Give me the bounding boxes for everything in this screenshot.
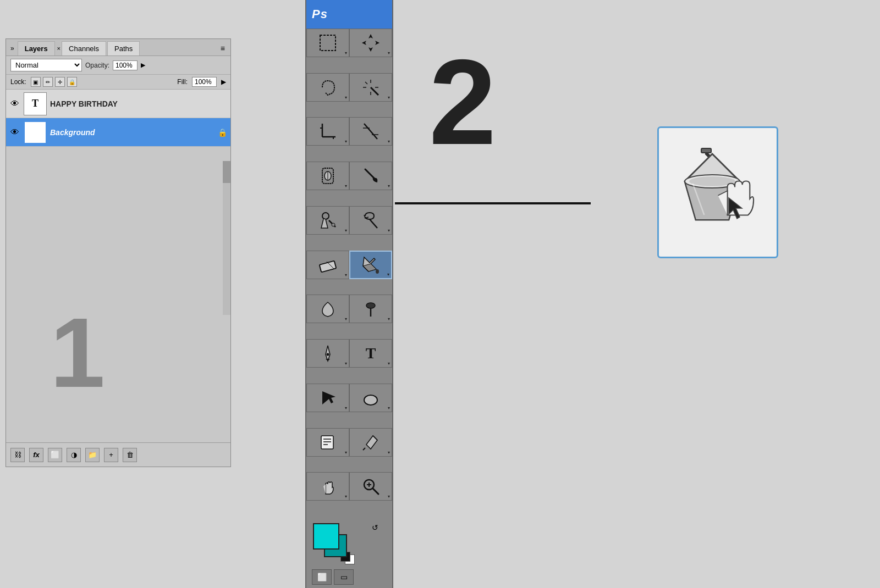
ellipse-shape-tool[interactable]: ▾ — [349, 384, 392, 412]
lasso-tool[interactable]: ▾ — [306, 73, 349, 102]
layer-name-background: Background — [50, 128, 95, 137]
svg-line-39 — [363, 448, 365, 450]
blur-tool[interactable]: ▾ — [306, 295, 349, 323]
quick-mask-button[interactable]: ⬜ — [312, 569, 332, 585]
marquee-tool[interactable]: ▾ — [306, 29, 349, 57]
opacity-input[interactable] — [113, 60, 138, 70]
screen-mode-buttons: ⬜ ▭ — [306, 566, 392, 588]
ps-logo-text: Ps — [312, 7, 328, 21]
screen-mode-button[interactable]: ▭ — [334, 569, 354, 585]
hand-tool[interactable]: ▾ — [306, 472, 349, 501]
svg-marker-32 — [322, 391, 336, 404]
svg-point-33 — [364, 395, 377, 405]
add-style-button[interactable]: fx — [29, 448, 43, 462]
opacity-label: Opacity: — [85, 62, 109, 69]
panel-bottom-toolbar: ⛓ fx ⬜ ◑ 📁 + 🗑 — [6, 442, 230, 467]
svg-rect-45 — [701, 148, 711, 153]
big-number-1: 1 — [50, 296, 105, 409]
add-mask-button[interactable]: ⬜ — [48, 448, 62, 462]
eraser-tool[interactable]: ▾ — [306, 251, 349, 279]
double-arrow-icon[interactable]: » — [8, 43, 16, 53]
tab-channels[interactable]: Channels — [62, 41, 106, 56]
tab-close-icon[interactable]: × — [57, 45, 61, 52]
color-swatch-area: ↺ — [306, 517, 392, 566]
swap-colors-button[interactable]: ↺ — [372, 523, 378, 532]
blend-mode-row: Normal Multiply Screen Opacity: ▶ — [6, 56, 230, 75]
panel-tabs: » Layers × Channels Paths ≡ — [6, 39, 230, 56]
ps-logo: Ps — [306, 0, 392, 29]
move-tool[interactable]: ▾ — [349, 29, 392, 57]
layer-visibility-eye-bg[interactable]: 👁 — [9, 127, 20, 137]
add-adjustment-button[interactable]: ◑ — [67, 448, 81, 462]
big-number-2: 2 — [429, 33, 496, 172]
lock-row: Lock: ▣ ✏ ✛ 🔒 Fill: ▶ — [6, 75, 230, 90]
type-tool[interactable]: T ▾ — [349, 339, 392, 368]
pen-tool[interactable]: ▾ — [306, 339, 349, 368]
layer-visibility-eye[interactable]: 👁 — [9, 99, 20, 109]
link-layers-button[interactable]: ⛓ — [10, 448, 25, 462]
panel-menu-button[interactable]: ≡ — [217, 43, 228, 54]
svg-rect-34 — [321, 436, 333, 449]
opacity-arrow-icon[interactable]: ▶ — [141, 62, 145, 69]
layers-panel: » Layers × Channels Paths ≡ Normal Multi… — [6, 38, 231, 467]
svg-point-30 — [327, 353, 329, 356]
new-layer-button[interactable]: + — [104, 448, 118, 462]
lock-icons-group: ▣ ✏ ✛ 🔒 — [31, 77, 77, 87]
delete-layer-button[interactable]: 🗑 — [123, 448, 137, 462]
dodge-tool[interactable]: ▾ — [349, 295, 392, 323]
paint-bucket-icon — [674, 143, 762, 242]
photoshop-toolbar: Ps ▾ ▾ ▾ — [305, 0, 393, 588]
svg-line-8 — [365, 82, 367, 84]
svg-marker-2 — [362, 41, 380, 45]
zoom-tool[interactable]: ▾ — [349, 472, 392, 501]
lock-paint-button[interactable]: ✏ — [43, 77, 53, 87]
lock-pixels-button[interactable]: ▣ — [31, 77, 41, 87]
layer-item-text[interactable]: 👁 T HAPPY BIRTHDAY — [6, 90, 230, 118]
history-brush-tool[interactable]: ▾ — [349, 206, 392, 235]
blend-mode-select[interactable]: Normal Multiply Screen — [10, 59, 82, 71]
paint-bucket-tool[interactable]: ▾ — [349, 251, 392, 279]
svg-point-20 — [322, 213, 329, 219]
svg-marker-1 — [369, 34, 373, 52]
fill-arrow-icon[interactable]: ▶ — [221, 78, 226, 86]
scrollbar-thumb[interactable] — [223, 161, 230, 183]
layer-thumbnail-text: T — [24, 92, 47, 115]
tool-grid: ▾ ▾ ▾ ▾ — [306, 29, 392, 517]
lock-label: Lock: — [10, 78, 26, 86]
tab-paths[interactable]: Paths — [107, 41, 140, 56]
eyedropper-tool[interactable]: ▾ — [349, 428, 392, 457]
brush-tool[interactable]: ▾ — [349, 162, 392, 190]
magic-wand-tool[interactable]: ▾ — [349, 73, 392, 102]
tab-layers[interactable]: Layers — [18, 41, 55, 56]
svg-line-23 — [370, 219, 377, 228]
layer-item-background[interactable]: 👁 Background 🔒 — [6, 118, 230, 147]
svg-point-22 — [332, 223, 335, 226]
fill-label: Fill: — [177, 78, 188, 86]
path-selection-tool[interactable]: ▾ — [306, 384, 349, 412]
slice-tool[interactable]: ▾ — [349, 117, 392, 146]
svg-point-28 — [366, 303, 375, 308]
add-group-button[interactable]: 📁 — [85, 448, 100, 462]
layer-lock-icon: 🔒 — [218, 128, 227, 137]
fill-input[interactable] — [192, 77, 217, 87]
foreground-color-swatch[interactable] — [313, 523, 339, 550]
svg-line-3 — [371, 87, 378, 95]
svg-line-13 — [364, 124, 377, 139]
crop-tool[interactable]: ▾ — [306, 117, 349, 146]
svg-marker-31 — [326, 359, 330, 361]
clone-stamp-tool[interactable]: ▾ — [306, 206, 349, 235]
healing-brush-tool[interactable]: ▾ — [306, 162, 349, 190]
lock-all-button[interactable]: 🔒 — [67, 77, 77, 87]
svg-line-41 — [373, 489, 378, 494]
svg-rect-0 — [320, 35, 336, 51]
layers-list: 👁 T HAPPY BIRTHDAY 👁 Background 🔒 1 — [6, 90, 230, 442]
lock-move-button[interactable]: ✛ — [55, 77, 65, 87]
scrollbar[interactable] — [223, 161, 230, 315]
connector-line — [395, 202, 591, 204]
layer-thumbnail-background — [24, 121, 47, 144]
layer-name-text: HAPPY BIRTHDAY — [50, 99, 118, 108]
svg-point-27 — [376, 269, 379, 274]
paint-bucket-tooltip — [657, 126, 778, 258]
notes-tool[interactable]: ▾ — [306, 428, 349, 457]
